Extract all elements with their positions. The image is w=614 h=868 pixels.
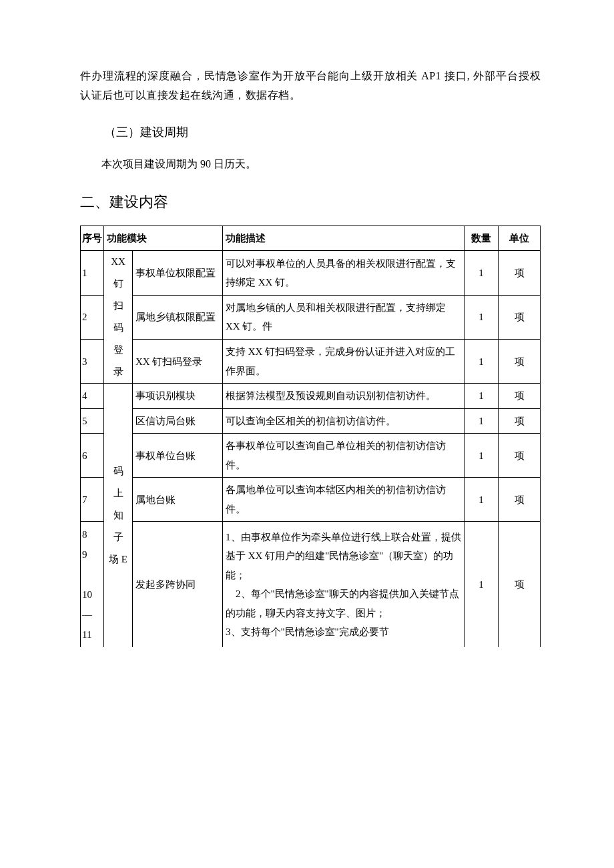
cell-category: 码 上 知 子 场 E — [104, 384, 133, 648]
table-row: 3 XX 钉扫码登录 支持 XX 钉扫码登录，完成身份认证并进入对应的工作界面。… — [81, 340, 541, 384]
table-row: 1 XX 钉 扫 码 登 录 事权单位权限配置 可以对事权单位的人员具备的相关权… — [81, 251, 541, 295]
table-row: 4 码 上 知 子 场 E 事项识别模块 根据算法模型及预设规则自动识别初信初访… — [81, 384, 541, 409]
th-qty: 数量 — [465, 226, 499, 251]
table-row: 2 属地乡镇权限配置 对属地乡镇的人员和相关权限进行配置，支持绑定 XX 钉。件… — [81, 295, 541, 339]
cell-sn: 3 — [81, 340, 104, 384]
cell-sn-group: 8 9 10 — 11 — [81, 522, 104, 648]
cell-module: 事权单位台账 — [133, 434, 223, 478]
cell-unit: 项 — [499, 251, 541, 295]
cell-qty: 1 — [465, 251, 499, 295]
cell-sn: 5 — [81, 408, 104, 434]
cell-module: 区信访局台账 — [133, 408, 223, 434]
cell-desc: 可以对事权单位的人员具备的相关权限进行配置，支持绑定 XX 钉。 — [223, 251, 465, 295]
intro-paragraph: 件办理流程的深度融合，民情急诊室作为开放平台能向上级开放相关 AP1 接口, 外… — [80, 67, 541, 105]
cell-unit: 项 — [499, 295, 541, 339]
cell-module: 发起多跨协同 — [133, 522, 223, 648]
content-table: 序号 功能模块 功能描述 数量 单位 1 XX 钉 扫 码 登 录 事权单位权限… — [80, 226, 541, 648]
cell-qty: 1 — [465, 340, 499, 384]
cell-qty: 1 — [465, 295, 499, 339]
cell-module: 属地乡镇权限配置 — [133, 295, 223, 339]
cell-desc: 对属地乡镇的人员和相关权限进行配置，支持绑定 XX 钉。件 — [223, 295, 465, 339]
table-header-row: 序号 功能模块 功能描述 数量 单位 — [81, 226, 541, 251]
cell-qty: 1 — [465, 522, 499, 648]
th-unit: 单位 — [499, 226, 541, 251]
cell-desc: 可以查询全区相关的初信初访信访件。 — [223, 408, 465, 434]
cell-qty: 1 — [465, 434, 499, 478]
table-row: 5 区信访局台账 可以查询全区相关的初信初访信访件。 1 项 — [81, 408, 541, 434]
cell-category: XX 钉 扫 码 登 录 — [104, 251, 133, 384]
cell-desc: 1、由事权单位作为牵头单位进行线上联合处置，提供基于 XX 钉用户的组建"民情急… — [223, 522, 465, 648]
th-desc: 功能描述 — [223, 226, 465, 251]
cell-sn: 6 — [81, 434, 104, 478]
th-sn: 序号 — [81, 226, 104, 251]
subheading-period: （三）建设周期 — [80, 121, 541, 143]
cell-sn: 2 — [81, 295, 104, 339]
cell-sn: 7 — [81, 478, 104, 522]
cell-desc: 各事权单位可以查询自己单位相关的初信初访信访件。 — [223, 434, 465, 478]
cell-unit: 项 — [499, 434, 541, 478]
table-row: 8 9 10 — 11 发起多跨协同 1、由事权单位作为牵头单位进行线上联合处置… — [81, 522, 541, 648]
cell-unit: 项 — [499, 384, 541, 409]
section-heading-content: 二、建设内容 — [80, 190, 541, 213]
cell-qty: 1 — [465, 478, 499, 522]
cell-unit: 项 — [499, 408, 541, 434]
table-row: 7 属地台账 各属地单位可以查询本辖区内相关的初信初访信访件。 1 项 — [81, 478, 541, 522]
cell-desc: 根据算法模型及预设规则自动识别初信初访件。 — [223, 384, 465, 409]
cell-desc: 各属地单位可以查询本辖区内相关的初信初访信访件。 — [223, 478, 465, 522]
cell-qty: 1 — [465, 408, 499, 434]
cell-sn: 4 — [81, 384, 104, 409]
cell-unit: 项 — [499, 478, 541, 522]
period-line: 本次项目建设周期为 90 日历天。 — [80, 155, 541, 174]
table-row: 6 事权单位台账 各事权单位可以查询自己单位相关的初信初访信访件。 1 项 — [81, 434, 541, 478]
cell-module: 事项识别模块 — [133, 384, 223, 409]
th-module: 功能模块 — [104, 226, 223, 251]
cell-sn: 1 — [81, 251, 104, 295]
cell-desc: 支持 XX 钉扫码登录，完成身份认证并进入对应的工作界面。 — [223, 340, 465, 384]
cell-unit: 项 — [499, 522, 541, 648]
cell-module: 事权单位权限配置 — [133, 251, 223, 295]
cell-module: XX 钉扫码登录 — [133, 340, 223, 384]
cell-module: 属地台账 — [133, 478, 223, 522]
cell-qty: 1 — [465, 384, 499, 409]
cell-unit: 项 — [499, 340, 541, 384]
